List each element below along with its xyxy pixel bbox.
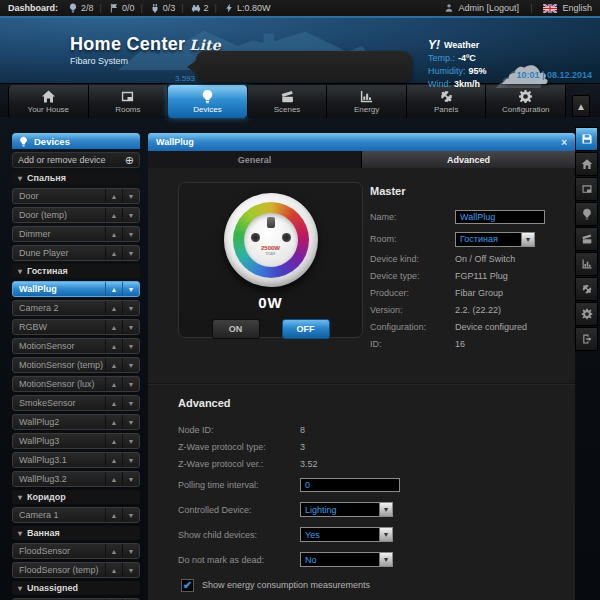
device-door-temp[interactable]: Door (temp) ▲ ▼ [12,207,140,223]
panels-icon[interactable] [575,277,598,301]
move-up-button[interactable]: ▲ [105,208,122,222]
exit-icon[interactable] [575,327,598,351]
device-motionsensor-lux[interactable]: MotionSensor (lux) ▲ ▼ [12,376,140,392]
tab-scenes[interactable]: Scenes [248,85,328,118]
language-selector[interactable]: English [562,3,592,13]
move-up-button[interactable]: ▲ [105,282,122,296]
move-up-button[interactable]: ▲ [105,189,122,203]
device-wallplug3.2[interactable]: WallPlug3.2 ▲ ▼ [12,471,140,487]
move-up-button[interactable]: ▲ [105,246,122,260]
move-up-button[interactable]: ▲ [105,434,122,448]
move-down-button[interactable]: ▼ [122,544,139,558]
bulb-icon[interactable] [575,202,598,226]
dashboard-stat: 2/8 | [68,3,105,13]
device-floodsensor[interactable]: FloodSensor ▲ ▼ [12,543,140,559]
room-group-ванная[interactable]: ▾ Ванная [12,526,140,540]
move-down-button[interactable]: ▼ [122,208,139,222]
tab-general[interactable]: General [148,151,361,168]
move-up-button[interactable]: ▲ [105,563,122,577]
move-down-button[interactable]: ▼ [122,320,139,334]
move-up-button[interactable]: ▲ [105,396,122,410]
move-up-button[interactable]: ▲ [105,508,122,522]
device-camera-2[interactable]: Camera 2 ▲ ▼ [12,300,140,316]
device-dune-player[interactable]: Dune Player ▲ ▼ [12,245,140,261]
move-down-button[interactable]: ▼ [122,227,139,241]
move-down-button[interactable]: ▼ [122,282,139,296]
move-down-button[interactable]: ▼ [122,377,139,391]
move-up-button[interactable]: ▲ [105,227,122,241]
move-down-button[interactable]: ▼ [122,415,139,429]
tab-devices[interactable]: Devices [168,85,248,118]
sofa-icon [191,3,201,13]
device-floodsensor-temp[interactable]: FloodSensor (temp) ▲ ▼ [12,562,140,578]
scenes-icon[interactable] [575,227,598,251]
collapse-arrow-button[interactable]: ▲ [572,95,590,117]
tab-advanced[interactable]: Advanced [361,151,575,168]
move-down-button[interactable]: ▼ [122,189,139,203]
device-dimmer[interactable]: Dimmer ▲ ▼ [12,226,140,242]
energy-icon[interactable] [575,252,598,276]
close-icon[interactable]: × [561,137,567,148]
device-door[interactable]: Door ▲ ▼ [12,188,140,204]
yahoo-icon: Y! [428,39,440,52]
move-up-button[interactable]: ▲ [105,544,122,558]
device-motionsensor-temp[interactable]: MotionSensor (temp) ▲ ▼ [12,357,140,373]
room-group-гостиная[interactable]: ▾ Гостиная [12,264,140,278]
room-group-спальня[interactable]: ▾ Спальня [12,171,140,185]
save-icon[interactable] [575,127,598,151]
device-wallplug3.1[interactable]: WallPlug3.1 ▲ ▼ [12,452,140,468]
master-section: Master Name: Room: Гостиная ▾ Device kin… [370,185,565,352]
home-icon[interactable] [575,152,598,176]
move-down-button[interactable]: ▼ [122,358,139,372]
room-group-коридор[interactable]: ▾ Коридор [12,490,140,504]
do-not-mark-as-dead-select[interactable]: No ▾ [300,552,393,567]
energy-measurements-checkbox[interactable]: ✔ [181,579,194,592]
move-down-button[interactable]: ▼ [122,396,139,410]
stat-value: 2 [204,3,209,13]
move-up-button[interactable]: ▲ [105,339,122,353]
tab-your-house[interactable]: Your House [8,85,89,118]
dashboard-stat: 0/0 | [109,3,146,13]
user-logout-link[interactable]: Admin [Logout] [459,3,520,13]
top-status-bar: Dashboard: 2/8 | 0/0 | 0/3 | 2 | L:0.80W… [0,0,600,16]
polling-interval-input[interactable] [300,478,400,492]
move-up-button[interactable]: ▲ [105,415,122,429]
chevron-down-icon: ▾ [379,528,392,541]
device-wallplug2[interactable]: WallPlug2 ▲ ▼ [12,414,140,430]
move-down-button[interactable]: ▼ [122,301,139,315]
move-up-button[interactable]: ▲ [105,453,122,467]
move-up-button[interactable]: ▲ [105,358,122,372]
move-down-button[interactable]: ▼ [122,563,139,577]
device-rgbw[interactable]: RGBW ▲ ▼ [12,319,140,335]
move-down-button[interactable]: ▼ [122,434,139,448]
device-smokesensor[interactable]: SmokeSensor ▲ ▼ [12,395,140,411]
move-down-button[interactable]: ▼ [122,246,139,260]
move-up-button[interactable]: ▲ [105,472,122,486]
room-select[interactable]: Гостиная ▾ [455,232,535,247]
move-up-button[interactable]: ▲ [105,377,122,391]
dashboard-stats: 2/8 | 0/0 | 0/3 | 2 | L:0.80W [68,3,270,13]
show-child-devices-select[interactable]: Yes ▾ [300,527,393,542]
tab-rooms[interactable]: Rooms [89,85,169,118]
config-icon[interactable] [575,302,598,326]
move-down-button[interactable]: ▼ [122,508,139,522]
device-wallplug3[interactable]: WallPlug3 ▲ ▼ [12,433,140,449]
move-up-button[interactable]: ▲ [105,320,122,334]
rooms-icon[interactable] [575,177,598,201]
device-motionsensor[interactable]: MotionSensor ▲ ▼ [12,338,140,354]
room-group-unassigned[interactable]: ▾ Unassigned [12,581,140,595]
move-down-button[interactable]: ▼ [122,339,139,353]
plug-logo [267,217,275,228]
on-button[interactable]: ON [212,319,260,339]
name-input[interactable] [455,210,545,224]
tab-energy[interactable]: Energy [327,85,407,118]
off-button[interactable]: OFF [282,319,330,339]
add-remove-device-button[interactable]: Add or remove device ⊕ [12,152,140,168]
move-down-button[interactable]: ▼ [122,472,139,486]
device-wallplug[interactable]: WallPlug ▲ ▼ [12,281,140,297]
move-down-button[interactable]: ▼ [122,453,139,467]
device-camera-1[interactable]: Camera 1 ▲ ▼ [12,507,140,523]
socket-hole [251,233,260,242]
move-up-button[interactable]: ▲ [105,301,122,315]
controlled-device-select[interactable]: Lighting ▾ [300,502,393,517]
